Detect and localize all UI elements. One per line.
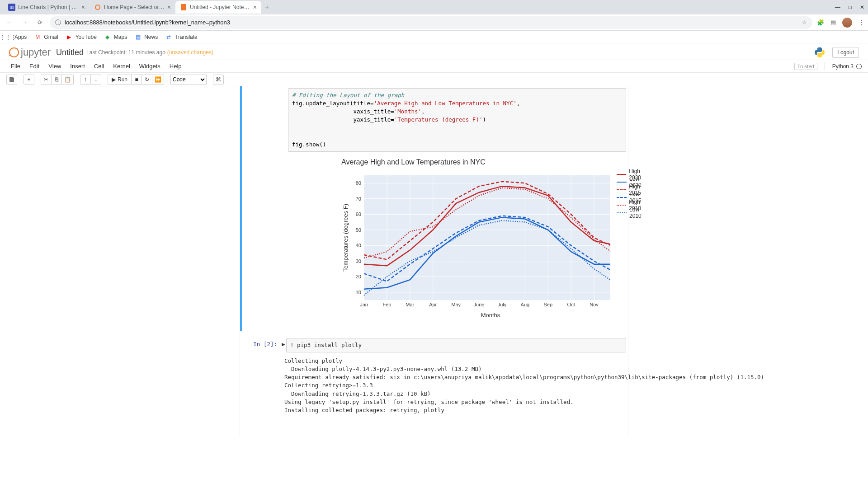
- copy-button[interactable]: ⎘: [51, 75, 62, 84]
- kernel-indicator[interactable]: Python 3: [832, 63, 862, 70]
- code-cell-1[interactable]: # Editing the Layout of the graph fig.up…: [240, 86, 628, 154]
- bookmark-youtube[interactable]: ▶YouTube: [66, 33, 97, 41]
- notebook: # Editing the Layout of the graph fig.up…: [240, 86, 628, 437]
- code-input[interactable]: # Editing the Layout of the graph fig.up…: [288, 88, 626, 152]
- svg-text:Mar: Mar: [406, 302, 414, 307]
- close-icon[interactable]: ×: [253, 4, 257, 11]
- svg-text:Aug: Aug: [521, 302, 530, 307]
- info-icon[interactable]: ⓘ: [55, 19, 61, 27]
- minimize-icon[interactable]: —: [835, 4, 840, 10]
- address-bar[interactable]: ⓘ localhost:8888/notebooks/Untitled.ipyn…: [50, 16, 812, 29]
- tab-title: Home Page - Select or create a n: [104, 4, 165, 10]
- save-button[interactable]: [6, 75, 17, 84]
- run-arrow-icon: [283, 88, 288, 152]
- notebook-name[interactable]: Untitled: [56, 48, 84, 57]
- code-input[interactable]: ! pip3 install plotly: [286, 338, 626, 352]
- svg-text:June: June: [474, 302, 485, 307]
- reading-list-icon[interactable]: ▤: [830, 19, 836, 26]
- profile-avatar[interactable]: [842, 18, 852, 28]
- back-button[interactable]: ←: [4, 17, 14, 28]
- line-chart[interactable]: 1020304050607080JanFebMarAprMayJuneJulyA…: [341, 171, 610, 320]
- celltype-select[interactable]: Code: [170, 75, 207, 84]
- toolbar: + ✂ ⎘ 📋 ↑ ↓ ▶ Run ■ ↻ ⏩ Code ⌘: [0, 73, 868, 86]
- move-down-button[interactable]: ↓: [90, 75, 101, 84]
- svg-text:80: 80: [356, 180, 361, 186]
- kernel-status-icon: [856, 64, 862, 69]
- code-cell-2[interactable]: In [2]: ▶ ! pip3 install plotly: [240, 336, 628, 354]
- bookmark-gmail[interactable]: MGmail: [34, 33, 58, 41]
- menubar: File Edit View Insert Cell Kernel Widget…: [0, 60, 868, 73]
- youtube-icon: ▶: [66, 33, 73, 41]
- run-button[interactable]: ▶ Run: [108, 75, 132, 84]
- menu-view[interactable]: View: [44, 63, 66, 70]
- checkpoint-text: Last Checkpoint: 11 minutes ago: [86, 49, 165, 56]
- bookmark-apps[interactable]: ⋮⋮⋮Apps: [5, 33, 27, 41]
- legend-item[interactable]: Low 2010: [617, 209, 652, 216]
- bookmark-translate[interactable]: ⇄Translate: [165, 33, 198, 41]
- maximize-icon[interactable]: □: [849, 4, 852, 10]
- star-icon[interactable]: ☆: [802, 19, 807, 26]
- tab-title: Untitled - Jupyter Notebook: [190, 4, 250, 10]
- forward-button[interactable]: →: [19, 17, 30, 28]
- interrupt-button[interactable]: ■: [131, 75, 142, 84]
- jupyter-logo[interactable]: jupyter: [9, 47, 51, 58]
- cell-prompt: [242, 88, 283, 152]
- trusted-badge[interactable]: Trusted: [794, 63, 817, 70]
- notebook-icon: [180, 4, 187, 11]
- restart-button[interactable]: ↻: [142, 75, 152, 84]
- svg-text:50: 50: [356, 227, 361, 233]
- jupyter-icon: [94, 4, 101, 11]
- tab-plotly[interactable]: ▥ Line Charts | Python | Plotly ×: [4, 1, 90, 14]
- restart-run-all-button[interactable]: ⏩: [152, 75, 164, 84]
- extensions-icon[interactable]: 🧩: [817, 19, 824, 26]
- run-arrow-icon[interactable]: ▶: [281, 338, 286, 352]
- add-cell-button[interactable]: +: [24, 75, 34, 84]
- close-window-icon[interactable]: ✕: [860, 4, 864, 10]
- menu-file[interactable]: File: [6, 63, 25, 70]
- jupyter-orb-icon: [9, 47, 19, 57]
- menu-widgets[interactable]: Widgets: [135, 63, 165, 70]
- svg-text:Months: Months: [481, 312, 500, 319]
- logout-button[interactable]: Logout: [832, 47, 859, 58]
- svg-text:Feb: Feb: [382, 302, 391, 307]
- maps-icon: ◆: [104, 33, 111, 41]
- tab-strip: ▥ Line Charts | Python | Plotly × Home P…: [0, 0, 868, 14]
- cell-prompt: In [2]:: [240, 338, 281, 352]
- chart-title: Average High and Low Temperatures in NYC: [341, 158, 653, 166]
- svg-text:Nov: Nov: [590, 302, 599, 307]
- menu-icon[interactable]: ⋮: [859, 19, 864, 26]
- svg-text:60: 60: [356, 211, 361, 217]
- new-tab-button[interactable]: +: [261, 3, 273, 11]
- svg-text:20: 20: [356, 274, 361, 279]
- unsaved-text: (unsaved changes): [167, 49, 213, 56]
- svg-text:40: 40: [356, 243, 361, 248]
- close-icon[interactable]: ×: [81, 4, 85, 11]
- svg-text:30: 30: [356, 258, 361, 264]
- reload-button[interactable]: ⟳: [34, 17, 45, 28]
- legend-line-icon: [617, 197, 627, 198]
- paste-button[interactable]: 📋: [61, 75, 74, 84]
- tab-untitled-notebook[interactable]: Untitled - Jupyter Notebook ×: [175, 1, 261, 14]
- news-icon: ▤: [134, 33, 142, 41]
- close-icon[interactable]: ×: [167, 4, 171, 11]
- window-controls: — □ ✕: [835, 0, 868, 14]
- menu-cell[interactable]: Cell: [90, 63, 108, 70]
- stdout-output: Collecting plotly Downloading plotly-4.1…: [281, 354, 768, 417]
- cut-button[interactable]: ✂: [41, 75, 52, 84]
- bookmark-maps[interactable]: ◆Maps: [104, 33, 127, 41]
- svg-text:Sep: Sep: [543, 302, 552, 307]
- translate-icon: ⇄: [165, 33, 172, 41]
- svg-text:70: 70: [356, 196, 361, 202]
- menu-insert[interactable]: Insert: [66, 63, 90, 70]
- command-palette-button[interactable]: ⌘: [213, 75, 224, 84]
- chart-legend[interactable]: High 2020Low 2020High 2015Low 2015High 2…: [617, 171, 652, 217]
- bookmark-news[interactable]: ▤News: [134, 33, 158, 41]
- bookmarks-bar: ⋮⋮⋮Apps MGmail ▶YouTube ◆Maps ▤News ⇄Tra…: [0, 31, 868, 43]
- menu-help[interactable]: Help: [165, 63, 186, 70]
- tab-jupyter-home[interactable]: Home Page - Select or create a n ×: [90, 1, 175, 14]
- menu-edit[interactable]: Edit: [25, 63, 44, 70]
- menu-kernel[interactable]: Kernel: [108, 63, 135, 70]
- svg-text:10: 10: [356, 290, 361, 295]
- move-up-button[interactable]: ↑: [80, 75, 91, 84]
- svg-text:Oct: Oct: [567, 302, 575, 307]
